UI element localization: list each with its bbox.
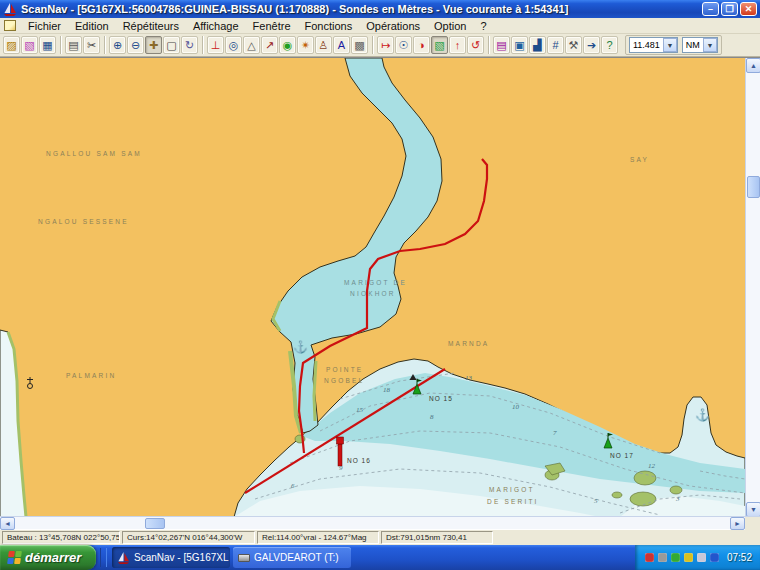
place-label: MARIGOT [489,486,535,493]
title-bar: ScanNav - [5G167XL:56004786:GUINEA-BISSA… [0,0,760,18]
status-segment-3: Dst:791,015nm 730,41 [381,531,493,544]
refresh-button[interactable]: ↺ [467,36,484,54]
mob-button[interactable]: ♙ [315,36,332,54]
graph-button[interactable]: ▟ [529,36,546,54]
child-window-icon[interactable] [4,20,16,31]
open-chart-button[interactable]: ▨ [3,36,20,54]
anchorage-symbol: ⚓ [695,407,710,422]
task-button-sailboat[interactable]: ScanNav - [5G167XL [112,547,230,568]
scannav-logo-icon [3,3,17,16]
horizontal-scrollbar[interactable]: ◄ ► [0,516,760,529]
depth-label: 12 [648,462,656,470]
drive-icon [238,554,250,562]
tools-button[interactable]: ⚒ [565,36,582,54]
vertical-scroll-thumb[interactable] [747,176,760,198]
zoom-previous-button[interactable]: ↻ [181,36,198,54]
bearing-button[interactable]: ↗ [261,36,278,54]
task-button-drive[interactable]: GALVDEAROT (T:) [233,547,351,568]
zoom-area-button[interactable]: ▢ [163,36,180,54]
menu-rptiteurs[interactable]: Répétiteurs [116,19,186,33]
print-button[interactable]: ▤ [65,36,82,54]
depth-label: 7 [553,429,557,437]
distance-button[interactable]: ↦ [377,36,394,54]
place-label: NGALLOU SAM SAM [46,150,142,157]
updates-icon[interactable] [684,553,693,562]
depth-label: 3 [675,495,680,503]
chart-palette-button[interactable]: ▤ [493,36,510,54]
chevron-down-icon[interactable]: ▼ [663,38,677,52]
tray-icons [645,553,719,562]
place-label: DE SERITI [487,498,539,505]
chart-catalog-button[interactable]: ▧ [21,36,38,54]
status-segment-0: Bateau : 13°45,708N 022°50,751'W [2,531,120,544]
grid-button[interactable]: # [547,36,564,54]
chart-view-button[interactable]: ▧ [431,36,448,54]
horizontal-scroll-thumb[interactable] [145,518,165,529]
info-button[interactable]: ☉ [395,36,412,54]
scrollbar-corner [745,517,760,530]
menu-fentre[interactable]: Fenêtre [246,19,298,33]
nautical-chart[interactable]: ⚓⚓NO 15NO 16NO 17 NGALLOU SAM SAMNGALOU … [0,58,745,517]
layers-button[interactable]: ▩ [351,36,368,54]
alarm-zone-button[interactable]: ◑ [413,36,430,54]
taskbar-clock: 07:52 [727,552,752,563]
taskbar: démarrer ScanNav - [5G167XLGALVDEAROT (T… [0,545,760,570]
toolbar: ▨▧▦▤✂⊕⊖✚▢↻⊥◎△↗◉✴♙A▩↦☉◑▧↑↺▤▣▟#⚒➔? 11.481 … [0,34,760,57]
tide-button[interactable]: ⊥ [207,36,224,54]
waypoint-button[interactable]: △ [243,36,260,54]
toolbar-separator [488,36,490,54]
place-label: NGALOU SESSENE [38,218,129,225]
scale-help-button[interactable]: ? [601,36,618,54]
menu-oprations[interactable]: Opérations [359,19,427,33]
depth-label: 10 [512,403,520,411]
messenger-icon[interactable] [710,553,719,562]
toolbar-separator [60,36,62,54]
menu-fichier[interactable]: Fichier [21,19,68,33]
restore-button[interactable]: ❒ [721,2,738,16]
north-up-button[interactable]: ↑ [449,36,466,54]
vertical-scrollbar[interactable]: ▲ ▼ [745,58,760,517]
menu-?[interactable]: ? [473,19,493,33]
marks-button[interactable]: ◉ [279,36,296,54]
scroll-down-button[interactable]: ▼ [746,502,760,517]
center-target-button[interactable]: ◎ [225,36,242,54]
depth-label: 6 [291,482,295,490]
units-combobox[interactable]: NM ▼ [682,37,718,53]
antivirus-icon[interactable] [645,553,654,562]
depth-label: 5 [594,497,598,505]
chevron-down-icon[interactable]: ▼ [703,38,717,52]
menu-fonctions[interactable]: Fonctions [298,19,360,33]
overview-button[interactable]: ▣ [511,36,528,54]
annotation-button[interactable]: ✂ [83,36,100,54]
seamark-label: NO 15 [429,395,453,402]
start-button[interactable]: démarrer [0,545,96,570]
svg-text:⚓: ⚓ [293,339,308,354]
text-button[interactable]: A [333,36,350,54]
minimize-button[interactable]: – [702,2,719,16]
pan-button[interactable]: ✚ [145,36,162,54]
seamark-label: NO 16 [347,457,371,464]
system-tray: 07:52 [635,545,760,570]
scroll-up-button[interactable]: ▲ [746,58,760,73]
zoom-in-button[interactable]: ⊕ [109,36,126,54]
chart-canvas[interactable]: ⚓⚓NO 15NO 16NO 17 NGALLOU SAM SAMNGALOU … [0,57,760,516]
scale-combobox[interactable]: 11.481 ▼ [629,37,678,53]
depth-label: 9 [339,464,343,472]
wave-route-button[interactable]: ➔ [583,36,600,54]
status-segment-2: Rel:114.00°vrai - 124.67°Mag [257,531,379,544]
scroll-right-button[interactable]: ► [730,517,745,530]
network-icon[interactable] [671,553,680,562]
display-icon[interactable] [697,553,706,562]
save-button[interactable]: ▦ [39,36,56,54]
menu-edition[interactable]: Edition [68,19,116,33]
scroll-left-button[interactable]: ◄ [0,517,15,530]
status-bar: Bateau : 13°45,708N 022°50,751'WCurs:14°… [0,529,760,545]
close-button[interactable]: ✕ [740,2,757,16]
zoom-out-button[interactable]: ⊖ [127,36,144,54]
toolbar-separator [372,36,374,54]
menu-affichage[interactable]: Affichage [186,19,246,33]
volume-icon[interactable] [658,553,667,562]
menu-option[interactable]: Option [427,19,473,33]
route-button[interactable]: ✴ [297,36,314,54]
window-title: ScanNav - [5G167XL:56004786:GUINEA-BISSA… [21,3,700,15]
